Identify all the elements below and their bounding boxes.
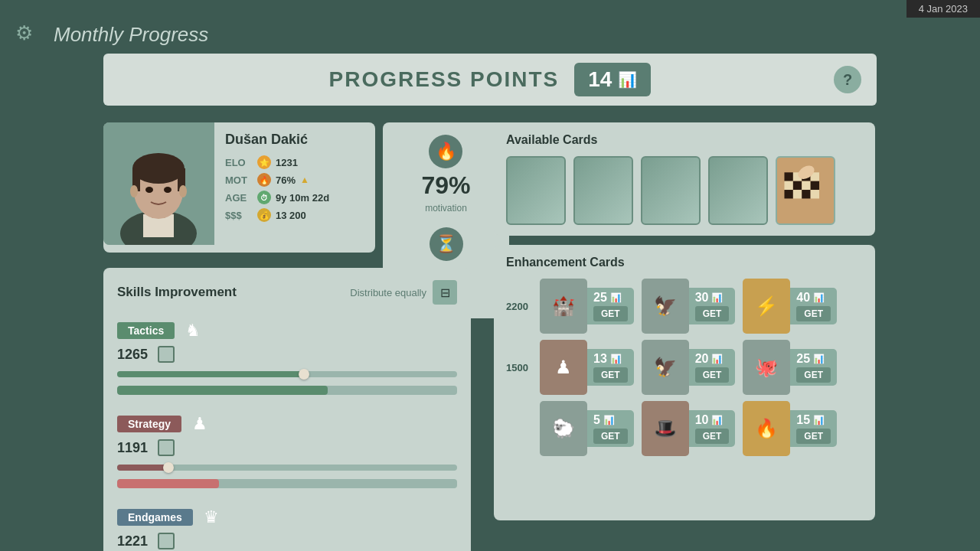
- enh-points-9: 15 📊: [796, 413, 825, 427]
- enh-card-2200-2: 🦅 30 📊 GET: [642, 279, 736, 334]
- enh-card-info-5: 20 📊 GET: [689, 349, 736, 386]
- enh-get-btn-9[interactable]: GET: [796, 429, 831, 444]
- progress-points-label: PROGRESS POINTS: [329, 67, 560, 92]
- card-slot-2[interactable]: [573, 156, 633, 225]
- enh-card-img-hawk: 🦅: [642, 340, 689, 395]
- enhancement-cards-title: Enhancement Cards: [506, 256, 863, 269]
- enh-card-1500-2: 🦅 20 📊 GET: [642, 340, 736, 395]
- enh-card-info-6: 25 📊 GET: [790, 349, 837, 386]
- enh-row-base: 🐑 5 📊 GET 🎩 10 📊: [506, 401, 863, 456]
- mot-icon: 🔥: [257, 173, 271, 187]
- progress-banner: PROGRESS POINTS 14 📊 ?: [103, 54, 877, 106]
- svg-point-5: [132, 153, 185, 184]
- enh-card-img-eagle: 🦅: [642, 279, 689, 334]
- enh-card-info-1: 25 📊 GET: [587, 288, 634, 324]
- tactics-progress-bar: [117, 386, 457, 395]
- enh-card-img-chess: ♟: [540, 340, 587, 395]
- help-button[interactable]: ?: [834, 66, 861, 93]
- mot-label: MOT: [225, 174, 253, 186]
- enh-get-btn-2[interactable]: GET: [695, 306, 730, 321]
- strategy-score-box: [158, 439, 175, 456]
- money-icon: 💰: [257, 208, 271, 222]
- page-title: Monthly Progress: [54, 23, 208, 47]
- enh-points-7: 5 📊: [593, 413, 615, 427]
- enh-card-img-octopus: 🐙: [743, 340, 790, 395]
- card-slot-4[interactable]: [708, 156, 768, 225]
- enh-card-1500-3: 🐙 25 📊 GET: [743, 340, 837, 395]
- enh-card-2200-1: 🏰 25 📊 GET: [540, 279, 634, 334]
- tactics-score-box: [158, 346, 175, 363]
- money-stat: $$$ 💰 13 200: [225, 208, 364, 222]
- enh-card-img-sheep: 🐑: [540, 401, 587, 456]
- svg-rect-13: [784, 172, 792, 181]
- svg-rect-21: [784, 190, 792, 198]
- distribute-button[interactable]: ⊟: [433, 280, 457, 305]
- enh-points-6: 25 📊: [796, 352, 825, 366]
- enh-card-info-2: 30 📊 GET: [689, 288, 736, 324]
- age-stat: AGE ⏱ 9y 10m 22d: [225, 191, 364, 204]
- tactics-skill-row: Tactics ♞ 1265: [117, 318, 457, 395]
- enh-card-info-8: 10 📊 GET: [689, 410, 736, 447]
- endgames-score: 1221: [117, 533, 152, 549]
- svg-point-11: [179, 185, 187, 197]
- enh-card-info-4: 13 📊 GET: [587, 349, 634, 386]
- enh-row-label-1500: 1500: [506, 362, 540, 373]
- elo-label: ELO: [225, 157, 253, 168]
- strategy-score: 1191: [117, 440, 152, 456]
- bar-icon: 📊: [610, 292, 622, 303]
- enh-get-btn-7[interactable]: GET: [593, 429, 628, 444]
- distribute-label: Distribute equally: [350, 287, 426, 298]
- card-slot-5[interactable]: [776, 156, 835, 225]
- player-card: Dušan Dakić ELO ⭐ 1231 MOT 🔥 76% ▲ AGE ⏱…: [103, 122, 375, 253]
- strategy-skill-row: Strategy ♟ 1191: [117, 412, 457, 488]
- motivation-item: 🔥 79% motivation: [421, 135, 470, 214]
- bar-icon-3: 📊: [813, 292, 825, 303]
- enh-get-btn-8[interactable]: GET: [695, 429, 730, 444]
- mot-value: 76%: [276, 174, 296, 186]
- bar-icon-6: 📊: [813, 354, 825, 364]
- svg-point-9: [164, 187, 172, 193]
- strategy-piece-icon: ♟: [188, 412, 212, 436]
- enh-cards-group-base: 🐑 5 📊 GET 🎩 10 📊: [540, 401, 863, 456]
- enhancement-grid: 2200 🏰 25 📊 GET 🦅: [506, 279, 863, 462]
- bar-icon-7: 📊: [603, 415, 615, 425]
- strategy-slider[interactable]: [117, 459, 457, 476]
- tactics-slider[interactable]: [117, 366, 457, 383]
- enh-get-btn-5[interactable]: GET: [695, 367, 730, 383]
- svg-point-10: [130, 185, 138, 197]
- enh-row-1500: 1500 ♟ 13 📊 GET 🦅: [506, 340, 863, 395]
- enh-get-btn-4[interactable]: GET: [593, 367, 628, 383]
- player-name: Dušan Dakić: [225, 132, 364, 148]
- enh-get-btn-3[interactable]: GET: [796, 306, 831, 321]
- available-cards-title: Available Cards: [506, 133, 863, 147]
- motivation-percent: 79%: [421, 171, 470, 200]
- progress-points-badge: 14 📊: [574, 63, 651, 96]
- settings-icon[interactable]: ⚙: [15, 21, 33, 45]
- skills-header: Skills Improvement Distribute equally ⊟: [117, 280, 457, 305]
- svg-rect-20: [811, 181, 819, 190]
- elo-icon: ⭐: [257, 155, 271, 169]
- endgames-badge: Endgames: [117, 509, 193, 526]
- enh-cards-group-2200: 🏰 25 📊 GET 🦅 30 📊: [540, 279, 863, 334]
- card-slot-3[interactable]: [641, 156, 701, 225]
- enh-get-btn-6[interactable]: GET: [796, 367, 831, 383]
- card-slot-1[interactable]: [506, 156, 566, 225]
- enh-card-base-1: 🐑 5 📊 GET: [540, 401, 634, 456]
- skills-title: Skills Improvement: [117, 285, 237, 300]
- enh-row-2200: 2200 🏰 25 📊 GET 🦅: [506, 279, 863, 334]
- enh-get-btn-1[interactable]: GET: [593, 306, 628, 321]
- enh-card-base-3: 🔥 15 📊 GET: [743, 401, 837, 456]
- svg-rect-22: [793, 190, 802, 198]
- enh-card-2200-3: ⚡ 40 📊 GET: [743, 279, 837, 334]
- svg-rect-17: [784, 181, 792, 190]
- mot-arrow: ▲: [300, 174, 309, 185]
- svg-rect-23: [802, 190, 810, 198]
- bar-chart-icon: 📊: [618, 70, 637, 89]
- cards-row: [506, 156, 863, 225]
- elo-value: 1231: [276, 157, 298, 168]
- strategy-progress-bar: [117, 479, 457, 488]
- skills-section: Skills Improvement Distribute equally ⊟ …: [103, 268, 471, 551]
- svg-rect-19: [802, 181, 810, 190]
- bar-icon-2: 📊: [711, 292, 723, 303]
- enh-card-base-2: 🎩 10 📊 GET: [642, 401, 736, 456]
